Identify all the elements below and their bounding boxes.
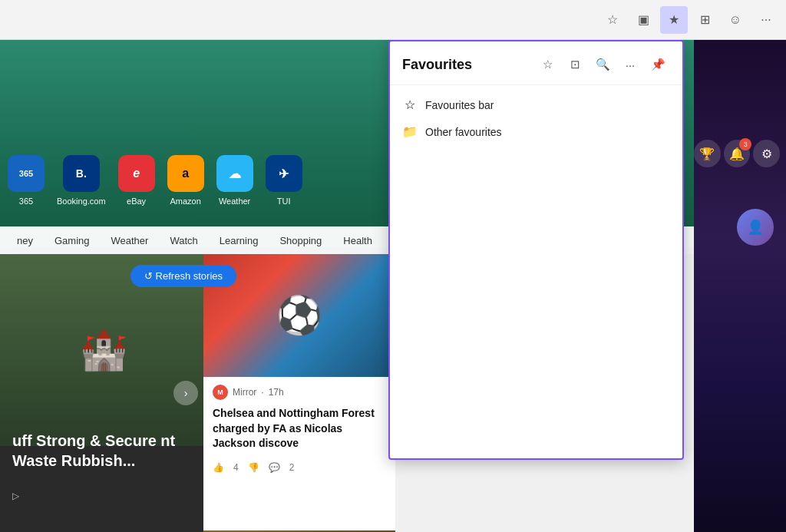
search-favourites-btn[interactable]: 🔍: [590, 52, 615, 77]
like-count: 4: [233, 462, 239, 473]
nav-tab-ney[interactable]: ney: [8, 230, 42, 251]
shortcut-weather[interactable]: ☁ Weather: [216, 155, 253, 206]
profile-avatar[interactable]: 👤: [737, 209, 774, 246]
collections-btn[interactable]: ⊞: [691, 6, 718, 34]
shortcut-amazon-text: a: [182, 167, 189, 180]
add-favourite-btn[interactable]: ☆: [535, 52, 560, 77]
more-favourites-btn[interactable]: ···: [618, 52, 642, 77]
favourites-body: ☆ Favourites bar 📁 Other favourites: [390, 85, 682, 458]
favourites-bar-label: Favourites bar: [425, 99, 494, 111]
notifications-btn[interactable]: 🔔 3: [724, 140, 751, 167]
notification-badge: 3: [739, 138, 751, 150]
favourites-bar-item[interactable]: ☆ Favourites bar: [390, 91, 682, 118]
favourites-empty-area: [390, 145, 682, 452]
shortcut-tui-label: TUI: [277, 197, 291, 206]
shortcut-365[interactable]: 365 365: [8, 155, 45, 206]
star-icon-btn[interactable]: ☆: [599, 6, 626, 34]
profile-btn[interactable]: ☺: [722, 6, 749, 34]
shortcut-tui[interactable]: ✈ TUI: [266, 155, 302, 206]
other-favourites-label: Other favourites: [425, 126, 502, 138]
shortcut-365-label: 365: [19, 197, 33, 206]
folder-icon: 📁: [402, 124, 418, 139]
shortcut-weather-text: ☁: [229, 167, 241, 181]
nav-tab-shopping[interactable]: Shopping: [270, 230, 331, 251]
shortcut-ebay-label: eBay: [127, 197, 146, 206]
add-favourite-icon: ☆: [543, 58, 553, 71]
shortcut-365-text: 365: [19, 169, 33, 178]
nav-tab-weather[interactable]: Weather: [102, 230, 158, 251]
mid-article-card[interactable]: ⚽ M Mirror · 17h Chelsea and Nottingham …: [203, 254, 395, 532]
article-time: 17h: [269, 387, 284, 398]
like-icon[interactable]: 👍: [213, 462, 224, 473]
cosmic-background: [694, 40, 786, 532]
shortcut-booking-icon: B.: [63, 155, 100, 192]
favourites-panel: Favourites ☆ ⊡ 🔍 ··· 📌: [388, 40, 684, 460]
settings-btn[interactable]: ⚙: [753, 140, 780, 167]
article-next-btn[interactable]: ›: [173, 381, 198, 405]
favourites-header-icons: ☆ ⊡ 🔍 ··· 📌: [535, 52, 670, 77]
shortcut-ebay[interactable]: e eBay: [118, 155, 155, 206]
shortcut-amazon-icon: a: [167, 155, 204, 192]
shortcut-amazon[interactable]: a Amazon: [167, 155, 204, 206]
left-article-title: uff Strong & Secure nt Waste Rubbish...: [12, 431, 195, 471]
import-favourites-btn[interactable]: ⊡: [563, 52, 587, 77]
left-article-card[interactable]: 🏰 › uff Strong & Secure nt Waste Rubbish…: [0, 254, 207, 532]
article-title: Chelsea and Nottingham Forest charged by…: [203, 403, 395, 458]
shortcuts-row: 365 365 B. Booking.com e eBay a A: [0, 155, 310, 206]
shortcut-booking[interactable]: B. Booking.com: [57, 155, 106, 206]
settings-icon: ⚙: [761, 147, 772, 161]
dislike-icon[interactable]: 👎: [248, 462, 259, 473]
favourites-header: Favourites ☆ ⊡ 🔍 ··· 📌: [390, 41, 682, 85]
pin-favourites-btn[interactable]: 📌: [646, 52, 670, 77]
comment-count: 2: [289, 462, 295, 473]
trophy-btn[interactable]: 🏆: [694, 140, 721, 167]
shortcut-weather-icon: ☁: [216, 155, 253, 192]
shortcut-weather-label: Weather: [219, 197, 250, 206]
reading-view-btn[interactable]: ▣: [629, 6, 657, 34]
nav-tab-watch[interactable]: Watch: [160, 230, 206, 251]
favourites-title: Favourites: [402, 57, 529, 73]
nav-tab-learning[interactable]: Learning: [210, 230, 268, 251]
trophy-icon: 🏆: [699, 147, 715, 161]
shortcut-tui-text: ✈: [279, 167, 289, 181]
nav-tab-gaming[interactable]: Gaming: [45, 230, 99, 251]
favourites-bar-icon: ☆: [402, 97, 418, 112]
browser-content: 365 365 B. Booking.com e eBay a A: [0, 40, 786, 532]
article-share-btn[interactable]: ▷: [12, 491, 19, 501]
favourites-icon-btn[interactable]: ★: [660, 6, 688, 34]
article-source: M Mirror · 17h: [203, 377, 395, 403]
import-icon: ⊡: [570, 58, 580, 71]
shortcut-ebay-icon: e: [118, 155, 155, 192]
article-actions: 👍 4 👎 💬 2: [203, 458, 395, 477]
source-logo: M: [213, 385, 228, 400]
shortcut-tui-icon: ✈: [266, 155, 302, 192]
toolbar-icons: ☆ ▣ ★ ⊞ ☺ ···: [599, 6, 780, 34]
other-favourites-item[interactable]: 📁 Other favourites: [390, 118, 682, 145]
refresh-stories-button[interactable]: ↺ Refresh stories: [130, 265, 236, 287]
browser-toolbar: ☆ ▣ ★ ⊞ ☺ ···: [0, 0, 786, 40]
more-btn[interactable]: ···: [752, 6, 780, 34]
left-article-title-text: uff Strong & Secure nt Waste Rubbish...: [12, 432, 175, 469]
nav-tab-health[interactable]: Health: [334, 230, 381, 251]
comment-icon[interactable]: 💬: [269, 462, 280, 473]
shortcut-booking-label: Booking.com: [57, 197, 106, 206]
shortcut-booking-text: B.: [76, 167, 87, 180]
shortcut-amazon-label: Amazon: [170, 197, 200, 206]
article-dot: ·: [261, 387, 263, 398]
more-icon: ···: [626, 58, 636, 71]
shortcut-365-icon: 365: [8, 155, 45, 192]
profile-icon: 👤: [747, 219, 764, 236]
shortcut-ebay-text: e: [133, 167, 140, 180]
source-name: Mirror: [233, 387, 256, 398]
search-icon: 🔍: [596, 58, 610, 71]
pin-icon: 📌: [651, 58, 665, 71]
right-sidebar-icons: 🏆 🔔 3 ⚙: [694, 140, 786, 167]
